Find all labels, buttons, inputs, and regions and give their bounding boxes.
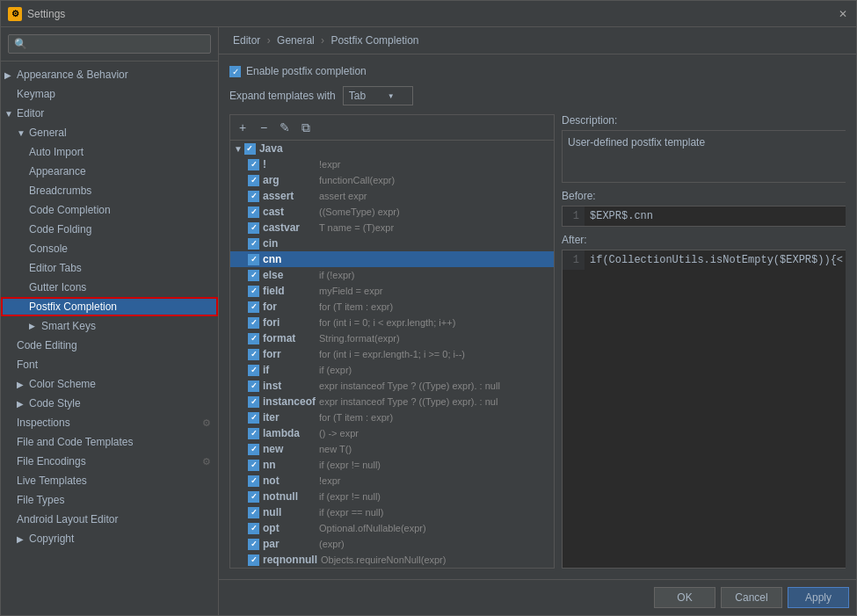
close-button[interactable]: ✕ [837, 8, 849, 20]
template-item-lambda[interactable]: ✓ lambda () -> expr [230, 425, 554, 441]
template-item-inst[interactable]: ✓ inst expr instanceof Type ? ((Type) ex… [230, 378, 554, 394]
template-desc: !expr [319, 475, 340, 486]
template-item-par[interactable]: ✓ par (expr) [230, 536, 554, 552]
item-checkbox[interactable]: ✓ [248, 301, 259, 313]
expand-dropdown[interactable]: Tab ▼ [343, 86, 413, 105]
sidebar-item-code-editing[interactable]: Code Editing [1, 336, 218, 355]
breadcrumb: Editor › General › Postfix Completion [219, 27, 856, 54]
item-checkbox[interactable]: ✓ [248, 317, 259, 329]
ok-button[interactable]: OK [654, 587, 715, 608]
item-checkbox[interactable]: ✓ [248, 396, 259, 408]
sidebar-item-gutter-icons[interactable]: Gutter Icons [1, 278, 218, 297]
sidebar-item-postfix-completion[interactable]: Postfix Completion [1, 297, 218, 316]
sidebar-item-font[interactable]: Font [1, 355, 218, 374]
sidebar-item-smart-keys[interactable]: ▶ Smart Keys [1, 316, 218, 336]
template-desc: myField = expr [319, 286, 382, 296]
java-group-header[interactable]: ▼ ✓ Java [230, 141, 554, 156]
template-item-iter[interactable]: ✓ iter for (T item : expr) [230, 409, 554, 425]
sidebar-item-live-templates[interactable]: Live Templates [1, 471, 218, 490]
remove-button[interactable]: − [254, 118, 273, 137]
item-checkbox[interactable]: ✓ [248, 191, 259, 202]
sidebar-item-editor-tabs[interactable]: Editor Tabs [1, 258, 218, 278]
item-checkbox[interactable]: ✓ [248, 380, 259, 392]
sidebar-item-inspections[interactable]: Inspections ⚙ [1, 413, 218, 432]
item-checkbox[interactable]: ✓ [248, 222, 259, 234]
template-item-cast[interactable]: ✓ cast ((SomeType) expr) [230, 204, 554, 220]
add-button[interactable]: + [233, 118, 252, 137]
sidebar-item-general[interactable]: ▼ General [1, 123, 218, 142]
template-key: lambda [263, 427, 316, 439]
copy-button[interactable]: ⧉ [296, 118, 316, 137]
template-item-for[interactable]: ✓ for for (T item : expr) [230, 299, 554, 315]
item-checkbox[interactable]: ✓ [248, 175, 259, 186]
sidebar-item-breadcrumbs[interactable]: Breadcrumbs [1, 181, 218, 200]
item-checkbox[interactable]: ✓ [248, 523, 259, 534]
item-checkbox[interactable]: ✓ [248, 554, 259, 566]
template-item-nn[interactable]: ✓ nn if (expr != null) [230, 457, 554, 473]
template-item-else[interactable]: ✓ else if (!expr) [230, 267, 554, 283]
sidebar-item-code-style[interactable]: ▶ Code Style [1, 394, 218, 413]
search-input[interactable] [8, 34, 211, 54]
sidebar-item-keymap[interactable]: Keymap [1, 84, 218, 104]
item-checkbox[interactable]: ✓ [248, 349, 259, 360]
item-checkbox[interactable]: ✓ [248, 428, 259, 439]
sidebar-item-file-encodings[interactable]: File Encodings ⚙ [1, 452, 218, 471]
java-group-checkbox[interactable]: ✓ [244, 143, 256, 155]
template-item-cnn[interactable]: ✓ cnn [230, 251, 554, 267]
sidebar-item-file-types[interactable]: File Types [1, 490, 218, 510]
template-item-instanceof[interactable]: ✓ instanceof expr instanceof Type ? ((Ty… [230, 394, 554, 409]
enable-checkbox[interactable]: ✓ [229, 66, 241, 77]
template-item-notnull[interactable]: ✓ notnull if (expr != null) [230, 489, 554, 504]
item-checkbox[interactable]: ✓ [248, 412, 259, 424]
template-item-forr[interactable]: ✓ forr for (int i = expr.length-1; i >= … [230, 346, 554, 362]
sidebar-item-auto-import[interactable]: Auto Import [1, 142, 218, 162]
item-checkbox[interactable]: ✓ [248, 460, 259, 471]
sidebar-item-console[interactable]: Console [1, 239, 218, 258]
item-checkbox[interactable]: ✓ [248, 159, 259, 170]
item-checkbox[interactable]: ✓ [248, 207, 259, 218]
sidebar-item-file-code-templates[interactable]: File and Code Templates [1, 432, 218, 452]
item-checkbox[interactable]: ✓ [248, 491, 259, 503]
item-checkbox[interactable]: ✓ [248, 444, 259, 455]
template-desc: new T() [319, 444, 352, 454]
template-item-format[interactable]: ✓ format String.format(expr) [230, 330, 554, 346]
template-item-null[interactable]: ✓ null if (expr == null) [230, 504, 554, 520]
item-checkbox[interactable]: ✓ [248, 254, 259, 265]
sidebar-item-editor[interactable]: ▼ Editor [1, 104, 218, 123]
sidebar-item-copyright[interactable]: ▶ Copyright [1, 529, 218, 548]
template-item-fori[interactable]: ✓ fori for (int i = 0; i < expr.length; … [230, 315, 554, 330]
item-checkbox[interactable]: ✓ [248, 270, 259, 281]
template-item-cin[interactable]: ✓ cin [230, 236, 554, 251]
sidebar-item-color-scheme[interactable]: ▶ Color Scheme [1, 374, 218, 394]
cancel-button[interactable]: Cancel [721, 587, 782, 608]
sidebar-item-appearance-behavior[interactable]: ▶ Appearance & Behavior [1, 65, 218, 84]
expand-label: Expand templates with [229, 90, 336, 102]
item-checkbox[interactable]: ✓ [248, 333, 259, 344]
apply-button[interactable]: Apply [788, 587, 849, 608]
template-item-opt[interactable]: ✓ opt Optional.ofNullable(expr) [230, 520, 554, 536]
item-checkbox[interactable]: ✓ [248, 286, 259, 297]
template-item-field[interactable]: ✓ field myField = expr [230, 283, 554, 299]
template-item-reqnonnull[interactable]: ✓ reqnonnull Objects.requireNonNull(expr… [230, 552, 554, 568]
sidebar-item-code-completion[interactable]: Code Completion [1, 200, 218, 220]
template-item-if[interactable]: ✓ if if (expr) [230, 362, 554, 378]
template-item-assert[interactable]: ✓ assert assert expr [230, 188, 554, 204]
template-item-new[interactable]: ✓ new new T() [230, 441, 554, 457]
item-checkbox[interactable]: ✓ [248, 539, 259, 550]
item-checkbox[interactable]: ✓ [248, 475, 259, 487]
template-item-not[interactable]: ✓ not !expr [230, 473, 554, 489]
template-item-excl[interactable]: ✓ ! !expr [230, 156, 554, 172]
sidebar-item-code-folding[interactable]: Code Folding [1, 220, 218, 239]
item-checkbox[interactable]: ✓ [248, 238, 259, 250]
template-item-arg[interactable]: ✓ arg functionCall(expr) [230, 172, 554, 188]
template-desc: () -> expr [319, 428, 359, 438]
template-list-panel: + − ✎ ⧉ ▼ [229, 114, 555, 569]
template-item-castvar[interactable]: ✓ castvar T name = (T)expr [230, 220, 554, 236]
template-key: cast [263, 206, 316, 218]
sidebar-item-android-layout-editor[interactable]: Android Layout Editor [1, 510, 218, 529]
item-checkbox[interactable]: ✓ [248, 507, 259, 518]
sidebar-item-appearance[interactable]: Appearance [1, 162, 218, 181]
content-area: ▶ Appearance & Behavior Keymap ▼ Edi [1, 27, 856, 615]
item-checkbox[interactable]: ✓ [248, 365, 259, 376]
edit-button[interactable]: ✎ [275, 118, 294, 137]
